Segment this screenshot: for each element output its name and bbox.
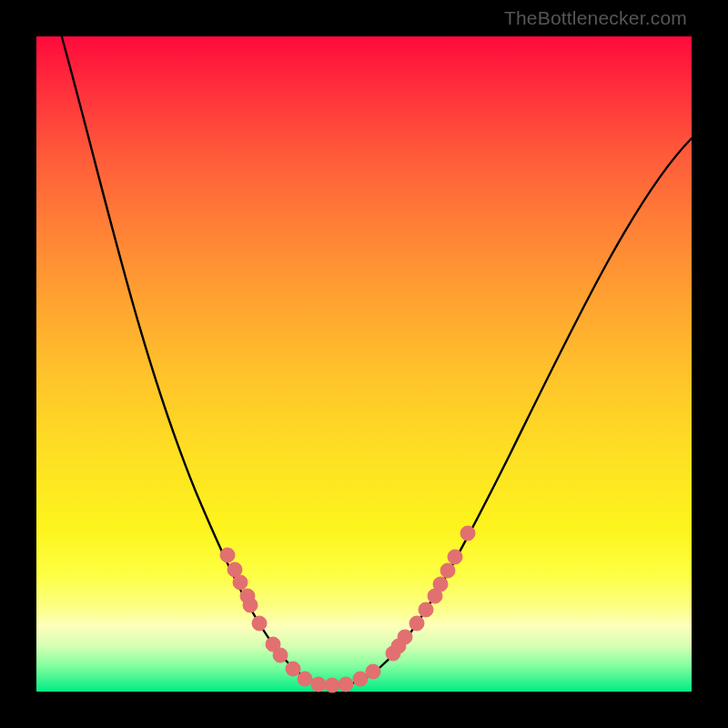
scatter-dot	[325, 678, 339, 693]
scatter-dot	[448, 550, 462, 564]
scatter-dot	[273, 648, 288, 662]
scatter-dot	[433, 577, 448, 592]
scatter-dot	[252, 616, 267, 631]
scatter-dot	[286, 662, 300, 676]
scatter-dot	[233, 575, 248, 590]
scatter-dot	[339, 677, 353, 692]
scatter-dot	[220, 548, 235, 562]
chart-svg-layer	[36, 36, 692, 692]
scatter-dot	[398, 630, 412, 644]
scatter-dot	[366, 664, 380, 679]
scatter-dot	[298, 672, 312, 686]
chart-plot-area	[36, 36, 692, 692]
scatter-dot	[243, 598, 258, 612]
scatter-dot	[460, 526, 475, 541]
watermark-text: TheBottlenecker.com	[504, 7, 687, 29]
scatter-dot	[419, 602, 433, 617]
scatter-dot	[311, 677, 326, 692]
scatter-dot	[353, 672, 368, 686]
bottleneck-curve	[59, 27, 692, 685]
scatter-dot	[410, 616, 424, 631]
scatter-dots-group	[220, 526, 475, 693]
scatter-dot	[440, 563, 455, 578]
